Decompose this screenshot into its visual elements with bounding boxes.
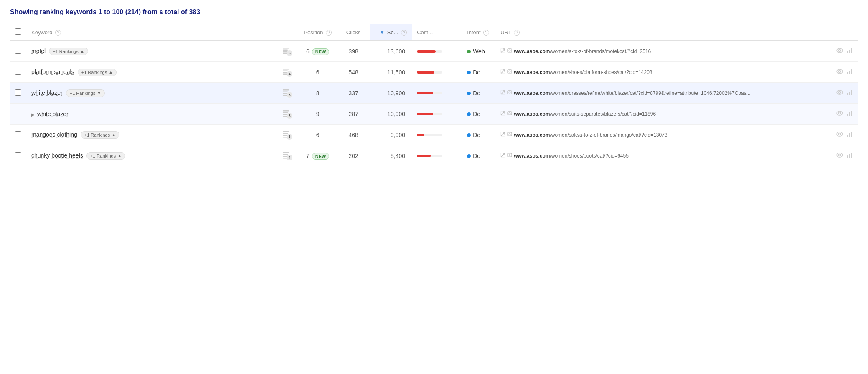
table-row: ▶white blazer 3928710,900Do www.asos.com… xyxy=(10,104,858,125)
url-external-icon[interactable] xyxy=(500,69,512,74)
action-cell xyxy=(831,145,858,166)
url-cell: www.asos.com/women/dresses/refine/white/… xyxy=(495,83,831,104)
search-volume-cell: 9,900 xyxy=(370,125,412,145)
url-text[interactable]: www.asos.com/women/sale/a-to-z-of-brands… xyxy=(500,131,826,139)
row-checkbox-cell xyxy=(10,145,26,166)
rankings-badge[interactable]: +1 Rankings▼ xyxy=(66,89,105,97)
url-path: /women/shoes/boots/cat/?cid=6455 xyxy=(550,153,628,159)
action-icons xyxy=(836,131,853,139)
header-checkbox-cell xyxy=(10,24,26,41)
row-checkbox[interactable] xyxy=(15,131,21,137)
keyword-cell: motel+1 Rankings▲ xyxy=(26,41,274,62)
eye-icon[interactable] xyxy=(836,89,843,97)
url-external-icon[interactable] xyxy=(500,48,512,53)
url-external-icon[interactable] xyxy=(500,132,512,137)
rankings-badge[interactable]: +1 Rankings▲ xyxy=(49,48,88,55)
action-icons xyxy=(836,47,853,55)
keyword-link[interactable]: chunky bootie heels xyxy=(31,152,83,159)
eye-icon[interactable] xyxy=(836,47,843,55)
serp-icon[interactable]: 5 xyxy=(282,47,290,54)
competition-cell xyxy=(412,145,462,166)
keyword-link[interactable]: motel xyxy=(31,48,46,54)
url-path: /women/sale/a-to-z-of-brands/mango/cat/?… xyxy=(550,132,667,138)
header-search-vol[interactable]: ▼ Se... ? xyxy=(370,24,412,41)
select-all-checkbox[interactable] xyxy=(15,28,21,35)
svg-rect-10 xyxy=(849,50,850,53)
comp-bar-fill xyxy=(417,134,424,136)
keyword-help-icon[interactable]: ? xyxy=(55,30,61,36)
position-value: 6 xyxy=(316,132,320,138)
action-icons xyxy=(836,152,853,160)
eye-icon[interactable] xyxy=(836,131,843,139)
clicks-cell: 337 xyxy=(337,83,370,104)
serp-icon[interactable]: 4 xyxy=(282,151,290,159)
keyword-cell: white blazer+1 Rankings▼ xyxy=(26,83,274,104)
header-actions xyxy=(831,24,858,41)
serp-icon[interactable]: 3 xyxy=(282,89,290,96)
url-text[interactable]: www.asos.com/women/dresses/refine/white/… xyxy=(500,89,826,97)
row-checkbox[interactable] xyxy=(15,89,21,96)
url-cell: www.asos.com/women/a-to-z-of-brands/mote… xyxy=(495,41,831,62)
search-volume-cell: 10,900 xyxy=(370,104,412,125)
url-text[interactable]: www.asos.com/women/shoes/platform-shoes/… xyxy=(500,69,826,76)
url-text[interactable]: www.asos.com/women/shoes/boots/cat/?cid=… xyxy=(500,152,826,160)
svg-rect-34 xyxy=(849,92,850,95)
svg-rect-48 xyxy=(283,131,289,132)
url-external-icon[interactable] xyxy=(500,111,512,116)
comp-bar-bg xyxy=(417,92,442,94)
chart-icon[interactable] xyxy=(846,152,853,160)
keyword-link[interactable]: white blazer xyxy=(37,111,69,117)
chart-icon[interactable] xyxy=(846,110,853,118)
url-text[interactable]: www.asos.com/women/suits-separates/blaze… xyxy=(500,110,826,118)
url-external-icon[interactable] xyxy=(500,90,512,95)
keyword-link[interactable]: mangoes clothing xyxy=(31,131,77,138)
action-icons xyxy=(836,89,853,97)
comp-bar-container xyxy=(417,50,457,53)
url-text[interactable]: www.asos.com/women/a-to-z-of-brands/mote… xyxy=(500,48,826,55)
header-clicks-label: Clicks xyxy=(346,29,361,36)
rankings-badge[interactable]: +1 Rankings▲ xyxy=(86,152,125,160)
intent-label: Do xyxy=(473,132,480,138)
position-value: 7 xyxy=(306,153,310,159)
search-vol-help-icon[interactable]: ? xyxy=(401,30,407,36)
chart-icon[interactable] xyxy=(846,47,853,55)
svg-rect-22 xyxy=(849,71,850,74)
row-checkbox[interactable] xyxy=(15,69,21,75)
intent-help-icon[interactable]: ? xyxy=(483,30,489,36)
position-help-icon[interactable]: ? xyxy=(326,30,332,36)
intent-cell: Do xyxy=(462,125,495,145)
eye-icon[interactable] xyxy=(836,152,843,160)
action-cell xyxy=(831,83,858,104)
serp-icon[interactable]: 6 xyxy=(282,130,290,138)
icon-badge-num: 6 xyxy=(287,134,292,140)
rankings-badge[interactable]: +1 Rankings▲ xyxy=(78,69,117,76)
header-url-label: URL xyxy=(500,29,511,36)
svg-rect-17 xyxy=(508,70,512,73)
comp-bar-bg xyxy=(417,134,442,136)
url-domain: www.asos.com xyxy=(514,90,550,96)
chart-icon[interactable] xyxy=(846,131,853,139)
eye-icon[interactable] xyxy=(836,110,843,118)
url-external-icon[interactable] xyxy=(500,153,512,158)
competition-cell xyxy=(412,125,462,145)
row-checkbox[interactable] xyxy=(15,48,21,54)
icon-badge-num: 3 xyxy=(287,92,292,98)
svg-point-31 xyxy=(837,90,843,94)
chart-icon[interactable] xyxy=(846,68,853,76)
eye-icon[interactable] xyxy=(836,68,843,76)
chart-icon[interactable] xyxy=(846,89,853,97)
keyword-link[interactable]: white blazer xyxy=(31,89,63,96)
row-checkbox[interactable] xyxy=(15,152,21,158)
svg-point-19 xyxy=(837,69,843,74)
serp-icon[interactable]: 4 xyxy=(282,68,290,75)
keyword-link[interactable]: platform sandals xyxy=(31,69,74,75)
rankings-badge[interactable]: +1 Rankings▲ xyxy=(81,131,119,139)
expand-arrow-icon[interactable]: ▶ xyxy=(31,112,35,117)
intent-label: Do xyxy=(473,69,480,76)
url-domain: www.asos.com xyxy=(514,111,550,117)
intent-dot xyxy=(467,133,471,137)
serp-icon[interactable]: 3 xyxy=(282,109,290,117)
url-help-icon[interactable]: ? xyxy=(514,30,520,36)
row-checkbox-cell xyxy=(10,104,26,125)
svg-point-32 xyxy=(839,92,841,94)
